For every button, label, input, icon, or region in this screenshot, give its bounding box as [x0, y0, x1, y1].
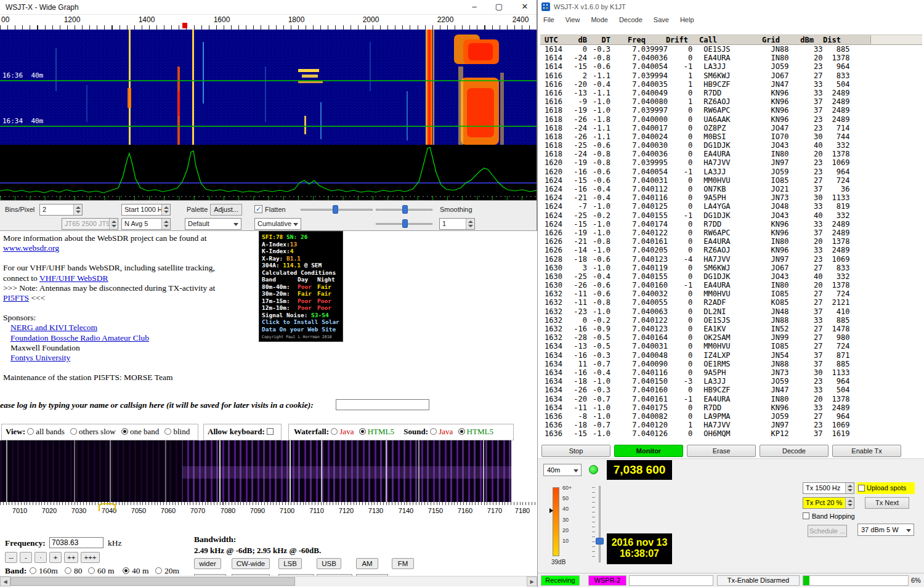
- table-row[interactable]: 1636-18-0.7 7.0401201HA7JVV JN97231069: [540, 421, 922, 429]
- sound-html5-option[interactable]: HTML5: [467, 427, 493, 436]
- band-option-20m[interactable]: 20m: [164, 566, 179, 576]
- band-option-80[interactable]: 80: [74, 566, 83, 576]
- table-row[interactable]: 1630-26-0.6 7.040160-1EA4URA IN80201378: [540, 281, 922, 289]
- step-button[interactable]: --: [5, 552, 17, 563]
- gain-slider[interactable]: [301, 204, 373, 215]
- band-select[interactable]: 40m: [543, 464, 582, 476]
- spinner-arrows[interactable]: [161, 204, 170, 215]
- solar-data-widget[interactable]: SFI:78 SN: 26 A-Index:13 K-Index:4 X-Ray…: [259, 231, 343, 342]
- option-others-slow[interactable]: others slow: [79, 427, 116, 436]
- slider-handle[interactable]: [402, 205, 408, 214]
- slider-handle[interactable]: [333, 205, 338, 214]
- table-row[interactable]: 1618-24-1.1 7.0400170OZ8PZ JO4723714: [540, 124, 922, 132]
- smoothing-spinner[interactable]: 1: [439, 218, 475, 230]
- table-row[interactable]: 1632-28-0.5 7.0401640OK2SAM JN9927980: [540, 333, 922, 342]
- radio-band-80[interactable]: [65, 567, 71, 574]
- waterfall-html5-option[interactable]: HTML5: [368, 427, 394, 436]
- waterfall-java-option[interactable]: Java: [339, 427, 354, 436]
- column-header[interactable]: dB: [571, 35, 587, 45]
- table-row[interactable]: 1628-18-0.6 7.040123-4HA7JVV JN97231069: [540, 255, 922, 264]
- adjust-palette-button[interactable]: Adjust...: [210, 204, 242, 216]
- table-row[interactable]: 1616-9-1.0 7.0400801RZ6AOJ KN96372489: [540, 97, 922, 106]
- option-all-bands[interactable]: all bands: [36, 427, 65, 436]
- table-row[interactable]: 1634-13-0.5 7.0400310MM0HVU IO8527724: [540, 342, 922, 350]
- spectrum-mode-select[interactable]: Cumulative: [254, 218, 301, 230]
- table-row[interactable]: 1624-25-0.2 7.040155-1DG1DJK JO4340332: [540, 211, 922, 220]
- step-button[interactable]: +++: [81, 552, 99, 563]
- table-row[interactable]: 1620-19-0.8 7.0399950HA7JVV JN97231069: [540, 158, 922, 167]
- spinner-arrows[interactable]: [845, 483, 854, 493]
- column-header[interactable]: Grid: [756, 35, 794, 45]
- cw-wide-button[interactable]: CW-wide: [232, 558, 270, 569]
- waterfall-display[interactable]: 16:36 40m 16:34 40m: [0, 30, 537, 145]
- sound-java-option[interactable]: Java: [439, 427, 453, 436]
- table-row[interactable]: 16320-0.2 7.0401220OE1SJS JN8833885: [540, 316, 922, 325]
- radio-band-60m[interactable]: [88, 567, 95, 574]
- table-row[interactable]: 1634-20-0.7 7.040161-1EA4URA IN80201378: [540, 395, 922, 403]
- radio-one-band[interactable]: [121, 428, 128, 435]
- radio-blind[interactable]: [164, 428, 171, 435]
- band-option-160m[interactable]: 160m: [39, 566, 58, 576]
- column-header[interactable]: Drift: [663, 35, 688, 45]
- spinner-arrows[interactable]: [73, 204, 82, 215]
- radio-others-slow[interactable]: [70, 428, 77, 435]
- table-row[interactable]: 1636-8-1.0 7.0400820LA9PMA JO5927964: [540, 412, 922, 421]
- n-avg-spinner[interactable]: N Avg 5: [121, 218, 171, 230]
- table-row[interactable]: 1618-26-1.1 7.0400240M0BSI IO7030744: [540, 132, 922, 141]
- palette-select[interactable]: Default: [185, 218, 241, 230]
- table-row[interactable]: 1634-26-0.3 7.0401600HB9CZF JN4733504: [540, 386, 922, 394]
- menu-item[interactable]: Save: [648, 14, 675, 23]
- table-row[interactable]: 16303-1.0 7.0401190SM6KWJ JO6727833: [540, 264, 922, 272]
- table-row[interactable]: 1626-19-1.0 7.0401220RW6APC KN96372489: [540, 229, 922, 237]
- websdr-frequency-scale[interactable]: 7010702070307040705070607070708070907100…: [0, 502, 537, 517]
- menu-item[interactable]: Mode: [585, 14, 614, 23]
- band-option-40m[interactable]: 40 m: [132, 566, 148, 576]
- solar-install-line1[interactable]: Click to Install Solar: [262, 318, 340, 326]
- table-row[interactable]: 1636-15-1.0 7.0401260OH6MQM KP12371619: [540, 429, 922, 438]
- table-row[interactable]: 1626-14-1.0 7.0402050RZ6AOJ KN96332489: [540, 246, 922, 254]
- sponsor-link-fontys[interactable]: Fontys University: [10, 353, 70, 362]
- step-button[interactable]: ·: [34, 552, 47, 563]
- radio-band-40m[interactable]: [123, 567, 129, 574]
- close-button[interactable]: ✕: [516, 2, 534, 11]
- enable-tx-button[interactable]: Enable Tx: [832, 445, 901, 457]
- menu-item[interactable]: Help: [675, 14, 700, 23]
- vhf-uhf-websdr-link[interactable]: VHF/UHF WebSDR: [39, 273, 108, 283]
- option-blind[interactable]: blind: [173, 427, 190, 436]
- stop-button[interactable]: Stop: [541, 445, 610, 457]
- column-header[interactable]: Call: [688, 35, 756, 45]
- step-button[interactable]: -: [20, 552, 32, 563]
- radio-sound-html5[interactable]: [458, 428, 465, 435]
- table-row[interactable]: 1632-11-0.6 7.0400320MM0HVU IO8527724: [540, 289, 922, 298]
- upload-spots-checkbox[interactable]: [858, 485, 865, 492]
- table-row[interactable]: 1632-23-1.0 7.0400630DL2NI JN4837410: [540, 307, 922, 316]
- sponsor-link-nerg[interactable]: NERG and KIVI Telecom: [10, 323, 97, 332]
- table-row[interactable]: 1634-16-0.3 7.0400480IZ4LXP JN5437871: [540, 351, 922, 360]
- table-row[interactable]: 1618-24-0.8 7.0400360EA4URA IN80201378: [540, 150, 922, 158]
- am-button[interactable]: AM: [356, 558, 378, 569]
- radio-waterfall-java[interactable]: [331, 428, 338, 435]
- bins-pixel-spinner[interactable]: 2: [39, 204, 83, 216]
- monitor-button[interactable]: Monitor: [614, 445, 683, 457]
- table-row[interactable]: 1616-20-0.4 7.0400351HB9CZF JN4733504: [540, 80, 922, 89]
- spinner-arrows[interactable]: [466, 219, 474, 229]
- option-one-band[interactable]: one band: [130, 427, 159, 436]
- allow-keyboard-checkbox[interactable]: [267, 428, 274, 435]
- table-row[interactable]: 1618-19-1.0 7.0399970RW6APC KN96372489: [540, 106, 922, 115]
- table-row[interactable]: 1624-16-0.4 7.0401120ON7KB JO213736: [540, 185, 922, 193]
- column-header[interactable]: dBm: [794, 35, 814, 45]
- slider-handle[interactable]: [402, 219, 408, 228]
- smoothing-slider[interactable]: [376, 218, 432, 229]
- column-header[interactable]: Freq: [610, 35, 663, 45]
- table-row[interactable]: 1620-16-0.6 7.040054-1LA3JJ JO5923964: [540, 168, 922, 176]
- minimize-button[interactable]: –: [465, 2, 484, 11]
- fm-button[interactable]: FM: [392, 558, 414, 569]
- table-row[interactable]: 1624-7-1.0 7.0401250LA4YGA JO4833819: [540, 202, 922, 211]
- slider-handle[interactable]: [596, 538, 604, 544]
- flatten-checkbox[interactable]: ✓: [254, 205, 262, 213]
- table-row[interactable]: 1616-13-1.1 7.0400490R7DD KN96332489: [540, 89, 922, 97]
- table-row[interactable]: 1632-16-0.9 7.0401230EA1KV IN52271478: [540, 325, 922, 333]
- wider-button[interactable]: wider: [194, 558, 221, 569]
- menu-item[interactable]: View: [560, 14, 586, 23]
- column-header[interactable]: Dist: [814, 35, 841, 45]
